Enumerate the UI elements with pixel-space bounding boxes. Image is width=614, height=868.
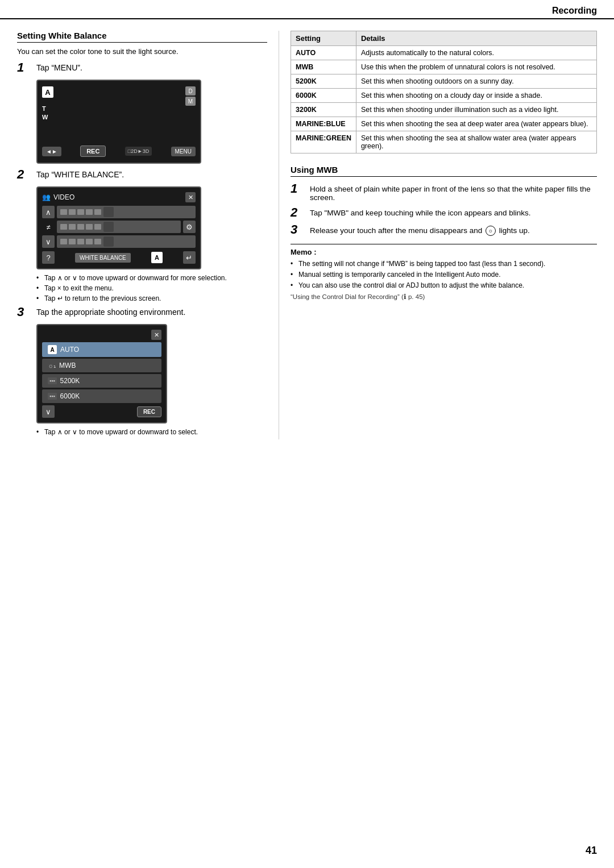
sel-item-auto[interactable]: A AUTO [42, 342, 161, 357]
cam-bottom-row: ◄► REC □2D►3D MENU [42, 146, 196, 157]
memo-list-item: The setting will not change if “MWB” is … [291, 260, 597, 268]
table-row: MARINE:GREENSet this when shooting the s… [291, 131, 597, 153]
menu-row-3: ∨ [42, 235, 196, 248]
menu-down-btn[interactable]: ∨ [42, 235, 55, 248]
menu-dot [86, 209, 93, 215]
mwb-step-3: 3 Release your touch after the menu disa… [291, 223, 597, 236]
menu-video-icon: 👥 VIDEO [42, 193, 74, 201]
table-cell-details: Set this when shooting under illuminatio… [356, 103, 596, 117]
page-title: Recording [552, 6, 597, 16]
cam-btn-2d3d[interactable]: □2D►3D [125, 147, 152, 156]
menu-item-bar-1[interactable] [57, 206, 196, 218]
right-column: Setting Details AUTOAdjusts automaticall… [291, 31, 597, 439]
table-cell-setting: AUTO [291, 46, 356, 60]
sel-6000k-icon: ▪▪▪ [48, 393, 57, 400]
sel-down-btn[interactable]: ∨ [42, 405, 55, 418]
sel-auto-icon: A [48, 345, 57, 354]
sel-item-5200k[interactable]: ▪▪▪ 5200K [42, 374, 161, 388]
cam-btn-left[interactable]: ◄► [42, 147, 61, 156]
table-cell-details: Set this when shooting the sea at shallo… [356, 131, 596, 153]
step-2-number: 2 [17, 168, 33, 181]
sel-6000k-label: 6000K [60, 392, 80, 400]
step-3-bullets: Tap ∧ or ∨ to move upward or downward to… [36, 428, 267, 436]
menu-dot [69, 239, 76, 244]
step-2: 2 Tap “WHITE BALANCE”. [17, 168, 267, 181]
menu-item-bar-3[interactable] [57, 235, 196, 248]
page-header: Recording [0, 0, 614, 19]
menu-dot [60, 239, 67, 244]
bullet-item: Tap ∧ or ∨ to move upward or downward fo… [36, 274, 267, 282]
bullet-item: Tap ↵ to return to the previous screen. [36, 294, 267, 302]
memo-section: Memo : The setting will not change if “M… [291, 244, 597, 301]
cam-btn-menu[interactable]: MENU [171, 147, 196, 156]
sel-auto-label: AUTO [60, 346, 79, 354]
sel-rec-btn[interactable]: REC [137, 406, 161, 417]
step-2-bullets: Tap ∧ or ∨ to move upward or downward fo… [36, 274, 267, 302]
menu-dot [77, 224, 84, 230]
cam-btn-d: D [185, 86, 196, 95]
memo-title: Memo : [291, 248, 597, 256]
cam-btn-rec[interactable]: REC [80, 146, 106, 157]
memo-list-item: You can also use the control dial or ADJ… [291, 281, 597, 289]
menu-close-btn[interactable]: ✕ [185, 192, 196, 202]
step-3-number: 3 [17, 306, 33, 318]
step-3-text: Tap the appropriate shooting environment… [36, 306, 185, 317]
step-2-text: Tap “WHITE BALANCE”. [36, 168, 124, 179]
menu-dot [94, 239, 101, 244]
menu-header-row: 👥 VIDEO ✕ [42, 192, 196, 202]
table-cell-setting: MWB [291, 60, 356, 74]
mwb-step-2-number: 2 [291, 206, 306, 219]
bullet-item: Tap × to exit the menu. [36, 284, 267, 292]
mwb-step-2: 2 Tap "MWB" and keep touching while the … [291, 206, 597, 219]
menu-dot [94, 209, 101, 215]
sel-item-6000k[interactable]: ▪▪▪ 6000K [42, 389, 161, 403]
sel-close-btn[interactable]: ✕ [151, 330, 161, 340]
section-title-white-balance: Setting White Balance [17, 31, 267, 43]
mwb-step-1-number: 1 [291, 182, 306, 195]
table-cell-details: Set this when shooting on a cloudy day o… [356, 89, 596, 103]
select-screen-mockup: ✕ A AUTO ☼₁ MWB ▪▪▪ 5200K ▪▪▪ 6000K ∨ RE… [36, 324, 167, 423]
table-row: 6000KSet this when shooting on a cloudy … [291, 89, 597, 103]
table-row: AUTOAdjusts automatically to the natural… [291, 46, 597, 60]
table-cell-details: Set this when shooting outdoors on a sun… [356, 74, 596, 89]
menu-dot [60, 224, 67, 230]
using-mwb-title: Using MWB [291, 165, 597, 177]
sel-5200k-label: 5200K [60, 377, 80, 385]
menu-gear-btn[interactable]: ⚙ [183, 221, 196, 233]
page-number: 41 [586, 845, 597, 857]
menu-dot [77, 209, 84, 215]
menu-dot [60, 209, 67, 215]
table-cell-setting: 5200K [291, 74, 356, 89]
mwb-step-3-text: Release your touch after the menu disapp… [310, 223, 530, 236]
step-3: 3 Tap the appropriate shooting environme… [17, 306, 267, 318]
menu-dots-1 [60, 209, 101, 215]
step-1-text: Tap “MENU”. [36, 61, 82, 72]
table-row: MARINE:BLUESet this when shooting the se… [291, 117, 597, 131]
menu-up-btn[interactable]: ∧ [42, 206, 55, 218]
sel-close-row: ✕ [42, 330, 161, 340]
menu-a-btn[interactable]: A [151, 252, 163, 263]
main-content: Setting White Balance You can set the co… [0, 19, 614, 451]
menu-bottom-row: ? WHITE BALANCE A ↵ [42, 251, 196, 264]
menu-return-btn[interactable]: ↵ [183, 251, 196, 264]
sel-mwb-icon: ☼₁ [48, 362, 56, 369]
video-label: VIDEO [53, 193, 74, 201]
table-cell-setting: MARINE:GREEN [291, 131, 356, 153]
menu-white-balance-label: WHITE BALANCE [75, 253, 131, 263]
step-1-number: 1 [17, 61, 33, 74]
cam-top-row: A D M [42, 86, 196, 106]
menu-dots-3 [60, 239, 101, 244]
menu-item-bar-2[interactable] [57, 221, 181, 233]
sel-item-mwb[interactable]: ☼₁ MWB [42, 359, 161, 372]
menu-rows: ∧ ≠ [42, 206, 196, 248]
menu-dots-2 [60, 224, 101, 230]
menu-row-2: ≠ ⚙ [42, 221, 196, 233]
memo-ref: “Using the Control Dial for Recording” (… [291, 293, 597, 301]
step-1: 1 Tap “MENU”. [17, 61, 267, 74]
settings-table: Setting Details AUTOAdjusts automaticall… [291, 31, 597, 153]
menu-dot [94, 224, 101, 230]
menu-dot [69, 224, 76, 230]
menu-dot [86, 239, 93, 244]
menu-question-btn[interactable]: ? [42, 251, 55, 264]
table-row: MWBUse this when the problem of unnatura… [291, 60, 597, 74]
